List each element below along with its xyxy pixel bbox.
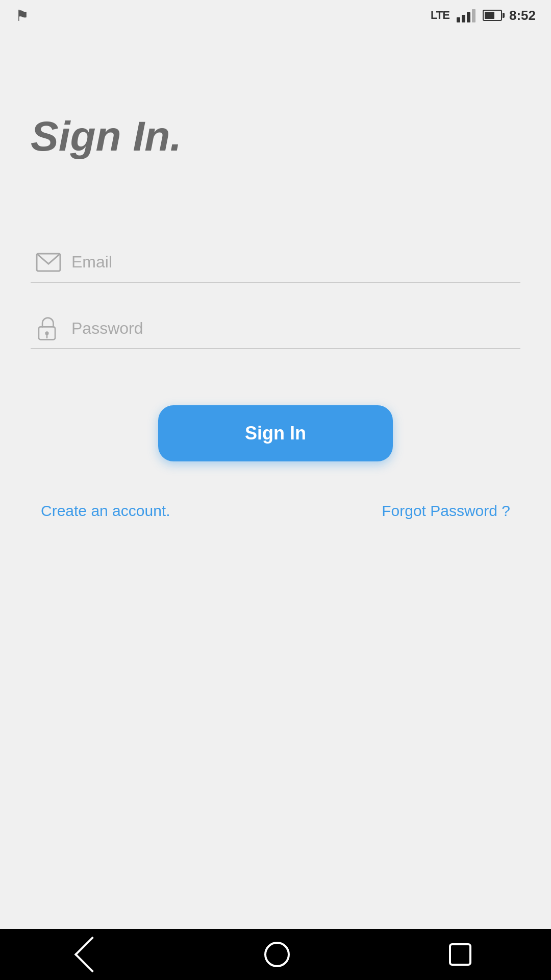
signal-bars-icon xyxy=(457,8,475,22)
bottom-links: Create an account. Forgot Password ? xyxy=(31,502,520,520)
password-input-container xyxy=(31,308,520,349)
status-bar: ⚑ LTE 8:52 xyxy=(0,0,551,31)
status-bar-right: LTE 8:52 xyxy=(431,8,536,23)
forgot-password-link[interactable]: Forgot Password ? xyxy=(382,502,510,520)
main-content: Sign In. Sign In Create an account. Forg… xyxy=(0,31,551,929)
password-field[interactable] xyxy=(31,308,520,349)
home-button[interactable] xyxy=(264,942,290,967)
sign-in-button[interactable]: Sign In xyxy=(158,405,393,461)
lock-icon xyxy=(36,316,58,341)
status-bar-left: ⚑ xyxy=(15,7,29,24)
battery-icon xyxy=(483,10,502,21)
email-input-container xyxy=(31,242,520,283)
nav-bar xyxy=(0,929,551,980)
create-account-link[interactable]: Create an account. xyxy=(41,502,170,520)
back-button[interactable] xyxy=(80,942,105,967)
recents-button[interactable] xyxy=(449,943,471,966)
clock-display: 8:52 xyxy=(509,8,536,23)
lte-icon: LTE xyxy=(431,9,449,22)
notification-icon: ⚑ xyxy=(15,7,29,24)
email-field[interactable] xyxy=(31,242,520,283)
email-icon xyxy=(36,253,61,272)
page-title: Sign In. xyxy=(31,112,182,160)
